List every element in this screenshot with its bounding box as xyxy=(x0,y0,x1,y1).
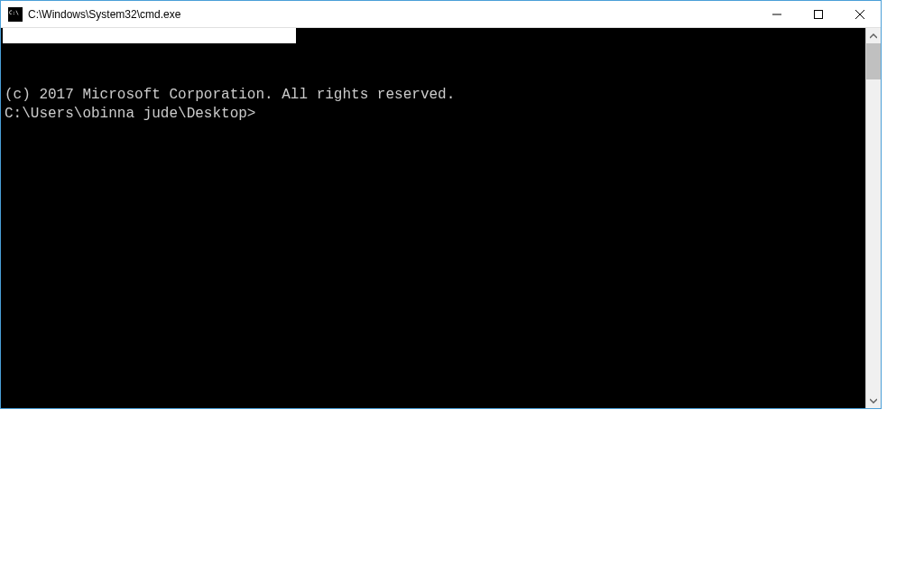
svg-rect-1 xyxy=(815,10,823,18)
close-button[interactable] xyxy=(839,1,881,27)
scrollbar-track[interactable] xyxy=(866,43,881,393)
terminal-area: (c) 2017 Microsoft Corporation. All righ… xyxy=(1,28,881,408)
minimize-button[interactable] xyxy=(756,1,798,27)
cmd-window: C:\Windows\System32\cmd.exe xyxy=(0,0,882,409)
scrollbar-up-button[interactable] xyxy=(866,28,881,43)
maximize-icon xyxy=(814,10,823,19)
terminal-copyright: (c) 2017 Microsoft Corporation. All righ… xyxy=(5,86,862,105)
close-icon xyxy=(855,10,864,19)
minimize-icon xyxy=(772,10,781,19)
chevron-down-icon xyxy=(870,397,877,405)
scrollbar-thumb[interactable] xyxy=(866,43,881,79)
maximize-button[interactable] xyxy=(798,1,839,27)
terminal[interactable]: (c) 2017 Microsoft Corporation. All righ… xyxy=(1,28,865,408)
window-title: C:\Windows\System32\cmd.exe xyxy=(28,8,756,21)
titlebar[interactable]: C:\Windows\System32\cmd.exe xyxy=(1,1,881,28)
chevron-up-icon xyxy=(870,33,877,40)
scrollbar-vertical[interactable] xyxy=(865,28,881,408)
cmd-icon xyxy=(8,7,23,22)
terminal-prompt: C:\Users\obinna jude\Desktop> xyxy=(5,105,862,124)
scrollbar-down-button[interactable] xyxy=(866,393,881,408)
redaction-overlay xyxy=(3,28,296,43)
window-controls xyxy=(756,1,881,27)
